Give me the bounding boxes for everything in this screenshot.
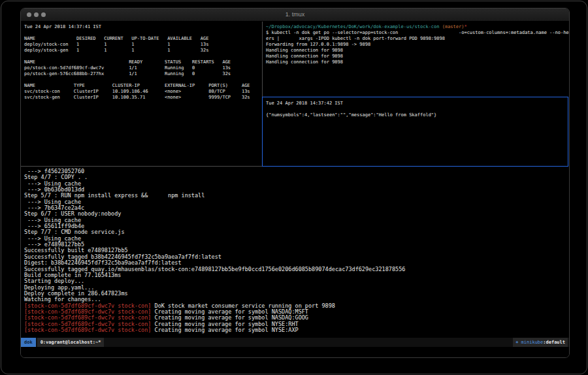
- terminal-line: Step 7/7 : CMD node service.js: [24, 229, 568, 235]
- terminal-line: [24, 54, 265, 59]
- terminal-line: Handling connection for 9898: [266, 54, 570, 59]
- terminal-line: Handling connection for 9898: [266, 59, 570, 65]
- terminal-line: deploy/stock-con 1 1 1 1 13s: [24, 42, 265, 48]
- terminal-line: [24, 77, 265, 83]
- terminal-line: Starting deploy...: [24, 278, 568, 284]
- terminal-line: NAME DESIRED CURRENT UP-TO-DATE AVAILABL…: [24, 36, 265, 42]
- terminal-line: po/stock-con-5d7df689cf-dwc7v 1/1 Runnin…: [24, 65, 265, 71]
- terminal-line: ---> f45623052760: [24, 169, 568, 174]
- kubernetes-helm-icon: ⎈ minikube: [515, 340, 543, 345]
- tmux-status-bar: dok 0:vagrant@localhost:~* ⎈ minikube:de…: [21, 338, 569, 347]
- terminal-line: NAME TYPE CLUSTER-IP EXTERNAL-IP PORT(S)…: [24, 83, 265, 89]
- pane-kubectl-watch[interactable]: Tue 24 Apr 2018 14:37:41 ISTNAME DESIRED…: [21, 22, 265, 168]
- active-pane-border-right: [568, 97, 568, 167]
- active-pane-border-left: [262, 97, 263, 167]
- zoom-button[interactable]: [41, 12, 46, 17]
- terminal-line: Deploy complete in 286.647823ms: [24, 291, 568, 297]
- terminal-line: $ kubectl -n dok get po --selector=app=s…: [266, 30, 570, 36]
- terminal-line: Step 4/7 : COPY . .: [24, 174, 568, 180]
- terminal-line: Step 5/7 : RUN npm install express && np…: [24, 193, 568, 199]
- window-title: 1. tmux: [21, 8, 569, 21]
- window-titlebar: 1. tmux: [21, 8, 569, 22]
- terminal-line: Build complete in 77.165413ms: [24, 272, 568, 278]
- active-pane-border-top: [263, 97, 568, 97]
- terminal-line: ~/Dropbox/advocacy/Kubernetes/DoK/work/d…: [266, 24, 570, 30]
- pane-port-forward[interactable]: ~/Dropbox/advocacy/Kubernetes/DoK/work/d…: [263, 22, 570, 99]
- pane-border-horizontal: [21, 166, 262, 167]
- status-spacer: [104, 338, 513, 347]
- terminal-line: Tue 24 Apr 2018 14:37:41 IST: [24, 24, 265, 30]
- active-pane-border-bottom: [263, 166, 568, 167]
- terminal-line: ---> Using cache: [24, 181, 568, 187]
- terminal-line: ---> Using cache: [24, 236, 568, 242]
- terminal-line: [266, 106, 570, 112]
- terminal-line: Handling connection for 9898: [266, 48, 570, 54]
- kube-namespace: :default: [543, 340, 565, 345]
- pane-skaffold-build-log[interactable]: ---> f45623052760Step 4/7 : COPY . . ---…: [21, 167, 568, 339]
- terminal-line: deploy/stock-gen 1 1 1 1 32s: [24, 48, 265, 54]
- terminal-line: NAME READY STATUS RESTARTS AGE: [24, 59, 265, 65]
- terminal-line: ---> Using cache: [24, 218, 568, 223]
- tmux-session: Tue 24 Apr 2018 14:37:41 ISTNAME DESIRED…: [21, 22, 569, 357]
- close-button[interactable]: [27, 12, 31, 17]
- terminal-line: Tue 24 Apr 2018 14:37:42 IST: [266, 101, 570, 106]
- kube-context-indicator: ⎈ minikube:default: [513, 338, 568, 347]
- terminal-line: Forwarding from 127.0.0.1:9898 -> 9898: [266, 42, 570, 48]
- terminal-line: ---> Using cache: [24, 199, 568, 205]
- window-list-item[interactable]: 0:vagrant@localhost:~*: [37, 338, 105, 347]
- terminal-line: {"numsymbols":4,"lastseen":"","message":…: [266, 112, 570, 118]
- terminal-line: [24, 30, 265, 36]
- terminal-line: po/stock-gen-576cc688bb-277hx 1/1 Runnin…: [24, 71, 265, 77]
- pane-curl-output-active[interactable]: Tue 24 Apr 2018 14:37:42 IST{"numsymbols…: [263, 98, 570, 168]
- traffic-lights: [27, 12, 46, 17]
- pane-border-vertical: [262, 22, 263, 97]
- terminal-line: ers | xargs -IPOD kubectl -n dok port-fo…: [266, 36, 570, 42]
- terminal-line: Step 6/7 : USER nobody:nobody: [24, 211, 568, 217]
- terminal-line: [stock-con-5d7df689cf-dwc7v stock-con] C…: [24, 327, 568, 333]
- minimize-button[interactable]: [34, 12, 39, 17]
- terminal-line: svc/stock-gen ClusterIP 10.100.35.71 <no…: [24, 95, 265, 101]
- session-name-badge: dok: [21, 338, 36, 347]
- terminal-window: 1. tmux Tue 24 Apr 2018 14:37:41 ISTNAME…: [20, 8, 570, 358]
- terminal-line: svc/stock-con ClusterIP 10.109.186.46 <n…: [24, 89, 265, 95]
